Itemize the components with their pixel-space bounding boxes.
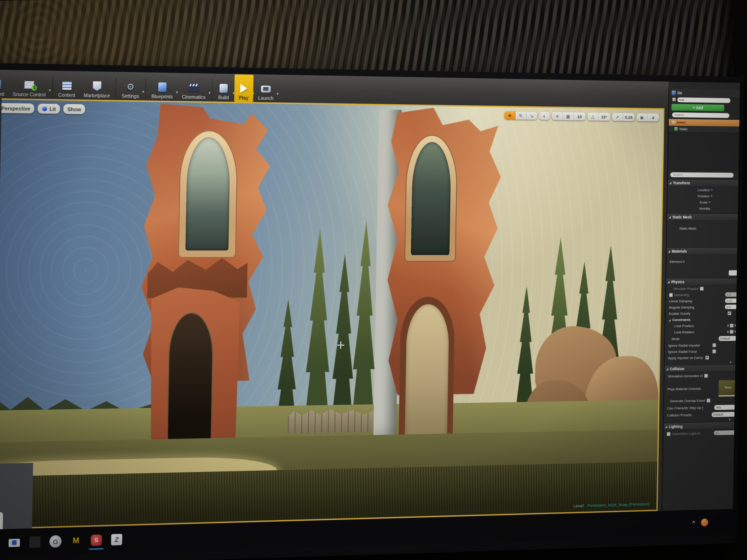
selected-component-row[interactable]: tower_ xyxy=(669,119,740,127)
taskbar-maya-icon[interactable]: M xyxy=(73,536,79,546)
phys-material-row: Phys Material Override None xyxy=(664,379,736,398)
static-mesh-section-header[interactable]: ◢ Static Mesh xyxy=(667,213,739,221)
collision-presets-dropdown[interactable]: Default ▾ xyxy=(712,411,739,417)
cinematics-clapper-icon xyxy=(188,82,200,93)
dropdown-caret-icon: ▾ xyxy=(735,412,737,416)
component-search-input[interactable] xyxy=(672,112,729,118)
mass-override-checkbox[interactable] xyxy=(669,293,673,297)
content-button[interactable]: Content xyxy=(54,71,80,100)
level-viewport[interactable]: ◢ Perspective Lit Show ✚ ↻ ↘ xyxy=(0,98,665,530)
simulation-generates-checkbox[interactable] xyxy=(704,374,708,378)
tray-browser-icon[interactable] xyxy=(701,518,708,527)
details-search-box[interactable]: Search xyxy=(670,172,733,178)
expand-more-icon: ▼ xyxy=(729,361,732,364)
launch-button[interactable]: Launch xyxy=(254,75,278,103)
step-up-row: Can Character Step Up ( Yes ▾ xyxy=(664,403,735,412)
materials-section-header[interactable]: ◢ Materials xyxy=(667,247,738,255)
overridden-light-field[interactable]: 64 xyxy=(714,430,738,435)
taskbar-zbrush-icon[interactable]: Z xyxy=(111,534,122,545)
transform-section-header[interactable]: ◢ Transform xyxy=(668,179,739,187)
grid-snap-value[interactable]: 10 xyxy=(574,112,586,121)
surface-snap-button[interactable]: ✛ xyxy=(552,112,563,120)
actor-name-field[interactable] xyxy=(677,97,730,103)
lock-rotation-y-checkbox[interactable] xyxy=(737,329,740,334)
sync-badge-icon: ⇅ xyxy=(31,85,37,91)
lock-position-x-checkbox[interactable] xyxy=(730,323,733,327)
lock-rotation-x-checkbox[interactable] xyxy=(730,330,733,334)
material-element-row[interactable]: Element 0 xyxy=(666,255,738,268)
mode-dropdown[interactable]: Default xyxy=(719,336,740,341)
mass-value-field[interactable]: 0.0 xyxy=(725,292,740,297)
physics-section-header[interactable]: ◢ Physics xyxy=(666,278,738,286)
lock-position-y-checkbox[interactable] xyxy=(737,323,740,327)
ignore-radial-impulse-checkbox[interactable] xyxy=(712,343,716,347)
apply-impulse-checkbox[interactable]: ✔ xyxy=(705,355,709,359)
viewport-mode-buttons: ◢ Perspective Lit Show xyxy=(0,103,85,114)
constraints-subheader[interactable]: ◢ Constraints xyxy=(665,316,737,323)
overridden-light-row: Overridden Light M 64 xyxy=(664,429,735,437)
scale-row[interactable]: Scale▾ xyxy=(667,199,739,205)
simulation-generates-row: Simulation Generates H xyxy=(664,372,736,380)
overridden-light-checkbox[interactable] xyxy=(667,432,670,436)
scale-dropdown-icon: ▾ xyxy=(709,201,710,204)
material-thumbnail-row xyxy=(666,268,738,278)
mobility-row[interactable]: Mobility xyxy=(667,205,739,212)
save-current-button[interactable]: urrent xyxy=(0,70,9,98)
taskbar-active-app[interactable]: S xyxy=(90,534,102,546)
move-tool-button[interactable]: ✚ xyxy=(504,111,515,119)
step-up-dropdown[interactable]: Yes ▾ xyxy=(714,404,739,410)
mode-row: Mode Default xyxy=(665,335,737,342)
add-component-button[interactable]: + Add xyxy=(671,104,724,111)
blueprints-button[interactable]: Blueprints xyxy=(147,73,177,101)
settings-button[interactable]: ⚙ Settings xyxy=(118,72,144,100)
rotation-snap-button[interactable]: △ xyxy=(588,112,598,121)
taskbar-dark-app-icon[interactable] xyxy=(29,536,41,548)
marketplace-button[interactable]: Marketplace xyxy=(79,72,115,100)
details-panel: De + Add tower_ Static xyxy=(662,89,740,511)
component-search-row xyxy=(669,111,740,119)
static-mesh-property-row[interactable]: Static Mesh xyxy=(667,221,739,236)
world-local-toggle-button[interactable]: ◐ xyxy=(539,112,550,120)
collision-section-header[interactable]: ◢ Collision xyxy=(665,364,736,373)
collapse-icon: ◢ xyxy=(668,249,670,252)
perspective-button[interactable]: ◢ Perspective xyxy=(0,103,35,113)
tower-left-arch-window xyxy=(186,137,230,250)
simulate-physics-checkbox[interactable] xyxy=(700,287,704,291)
play-icon xyxy=(238,83,249,94)
phys-material-thumbnail[interactable]: None xyxy=(719,380,737,397)
rotation-row[interactable]: Rotation▾ xyxy=(668,193,739,199)
scale-snap-button[interactable]: ↗ xyxy=(612,113,623,121)
lit-cube-icon xyxy=(42,106,47,111)
details-tab[interactable]: De xyxy=(669,89,740,98)
grid-snap-button[interactable]: ▦ xyxy=(563,112,574,120)
camera-speed-value[interactable]: 4 xyxy=(647,113,659,122)
show-flags-button[interactable]: Show xyxy=(63,104,85,114)
taskbar-g-app-icon[interactable]: G xyxy=(49,535,62,548)
tower-right-arch-light xyxy=(405,304,449,442)
ignore-radial-impulse-row: Ignore Radial Impulse xyxy=(665,342,737,348)
play-button[interactable]: Play xyxy=(234,75,254,102)
camera-speed-button[interactable]: ◉ xyxy=(637,113,647,121)
rotation-dropdown-icon: ▾ xyxy=(711,194,713,198)
lit-mode-button[interactable]: Lit xyxy=(38,104,60,114)
settings-gear-icon: ⚙ xyxy=(125,81,137,92)
angular-damping-field[interactable]: 0.0 xyxy=(725,304,740,309)
linear-damping-field[interactable]: 0.01 xyxy=(725,298,740,303)
scale-snap-value[interactable]: 0.25 xyxy=(623,113,635,121)
build-button[interactable]: Build xyxy=(213,74,234,102)
source-control-button[interactable]: ⇅ Source Control xyxy=(8,70,50,99)
simulate-physics-row: Simulate Physics xyxy=(666,285,737,292)
blueprints-icon xyxy=(156,81,168,93)
static-mesh-component-row[interactable]: Static xyxy=(669,126,740,133)
rotate-tool-button[interactable]: ↻ xyxy=(515,111,526,120)
generate-overlap-checkbox[interactable] xyxy=(707,399,711,403)
material-thumbnail-button[interactable] xyxy=(729,270,739,275)
location-row[interactable]: Location▾ xyxy=(668,186,739,193)
ignore-radial-force-checkbox[interactable] xyxy=(712,349,716,353)
scale-tool-button[interactable]: ↘ xyxy=(526,112,537,120)
enable-gravity-checkbox[interactable]: ✔ xyxy=(727,311,731,315)
rotation-snap-value[interactable]: 10° xyxy=(598,113,610,121)
taskbar-explorer-icon[interactable] xyxy=(8,538,20,547)
cinematics-button[interactable]: Cinematics xyxy=(178,73,210,101)
tray-chevron-icon[interactable]: ^ xyxy=(692,519,695,526)
